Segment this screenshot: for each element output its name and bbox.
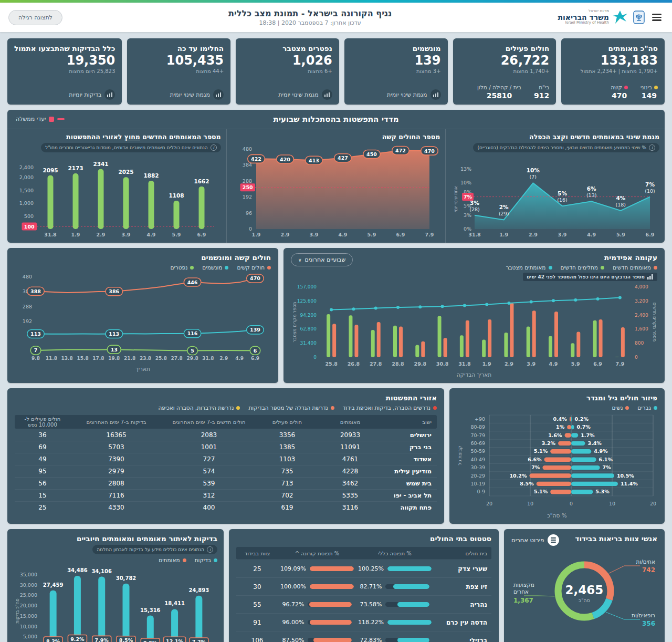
svg-text:2173: 2173: [68, 165, 83, 171]
svg-text:אחים/ות: אחים/ות: [636, 558, 656, 565]
weekly-spread-section: יעדי ממשלה מדדי התפשטות בהסתכלות שבועית …: [7, 110, 665, 243]
svg-text:2.9: 2.9: [219, 356, 228, 361]
svg-text:8.5%: 8.5%: [520, 481, 534, 486]
svg-text:5.3%: 5.3%: [595, 489, 610, 494]
daily-trend-link[interactable]: מגמת שינוי יומית: [243, 89, 332, 100]
svg-text:2.9: 2.9: [529, 232, 538, 237]
overall-occupancy: 118.22%: [356, 619, 434, 626]
svg-text:3.9: 3.9: [527, 361, 536, 367]
svg-text:2,400: 2,400: [635, 313, 648, 318]
occupancy-bar: [387, 566, 432, 571]
severe-ventilated-card: חולים קשה ומונשמים חולים קשים מונשמים נפ…: [7, 248, 278, 383]
svg-text:30.8: 30.8: [436, 361, 449, 367]
svg-text:4.9: 4.9: [235, 356, 244, 361]
occupancy-bar: [308, 638, 352, 642]
overall-occupancy: 82.71%: [356, 583, 434, 590]
svg-text:413: 413: [309, 158, 319, 163]
svg-text:(10): (10): [645, 188, 655, 194]
svg-text:6: 6: [254, 348, 257, 354]
age-gender-chart: +900.4%0.2%80-891%0.7%70-791.6%1.7%60-69…: [457, 411, 657, 512]
staff-isolated: 25: [236, 565, 278, 573]
svg-text:28.8: 28.8: [392, 361, 404, 367]
svg-text:1.9: 1.9: [252, 232, 261, 237]
staff-isolated: 30: [236, 583, 278, 591]
epidemic-curve-card: עקומה אפידמית שבועיים אחרונים∨ מאומתים ח…: [284, 248, 665, 383]
svg-text:5: 5: [191, 348, 194, 354]
staff-isolation-card: אנשי צוות בריאות בבידוד פירוט אחרים אחים…: [504, 529, 665, 642]
svg-text:34,486: 34,486: [67, 567, 88, 573]
list-icon: [548, 534, 559, 546]
svg-text:80-89: 80-89: [470, 424, 485, 430]
logo-english-name: Israel Ministry of Health: [558, 21, 609, 25]
svg-text:15,316: 15,316: [140, 607, 161, 613]
spread-areas-card: אזורי התפשטות נדרשים הסברה, בדיקות ואכיפ…: [7, 388, 444, 524]
svg-text:31.8: 31.8: [202, 356, 214, 361]
svg-text:10.5%: 10.5%: [617, 473, 634, 479]
ministry-star-icon: [612, 10, 628, 25]
tests-chart: 35,00030,00025,00020,00015,00010,0005,00…: [14, 563, 217, 642]
hospitals-col-header[interactable]: % תפוסת קורונה ^: [278, 551, 356, 556]
svg-text:4.9: 4.9: [549, 361, 558, 367]
svg-text:(29): (29): [499, 211, 509, 216]
svg-text:386: 386: [109, 288, 119, 294]
svg-text:20: 20: [486, 501, 492, 506]
kpi-value: 133,183: [568, 53, 658, 68]
svg-text:427: 427: [338, 155, 348, 161]
svg-text:10: 10: [527, 501, 533, 506]
svg-text:5,000: 5,000: [23, 634, 37, 639]
hospital-name: נהריה: [434, 601, 491, 608]
svg-text:0%: 0%: [464, 226, 471, 232]
daily-tests-link[interactable]: בדיקות יומיות: [14, 89, 115, 100]
ventilated-dot-icon: [225, 266, 228, 270]
new-confirmed-dot-icon: [654, 266, 657, 270]
svg-text:8.2%: 8.2%: [46, 638, 60, 642]
svg-text:6.6%: 6.6%: [528, 457, 542, 462]
svg-text:30,000: 30,000: [20, 582, 37, 588]
bar-chart-icon: [104, 89, 115, 100]
svg-text:19.8: 19.8: [108, 356, 120, 361]
regions-col-header: חולים פעילים ל- 10,000 נפש: [15, 416, 70, 428]
svg-text:4,000: 4,000: [635, 284, 648, 289]
svg-text:388: 388: [30, 288, 41, 294]
kpi-ventilated: מונשמים 139 +3 מחצות מגמת שינוי יומית: [344, 38, 448, 105]
svg-text:20: 20: [650, 501, 656, 506]
svg-text:3.9: 3.9: [310, 232, 319, 237]
hospital-row: הדסה עין כרם 118.22% 96.00% 91: [236, 613, 491, 631]
kpi-active-patients: חולים פעילים 26,722 +1,740 מחצות בי"ח912…: [453, 38, 556, 105]
kpi-row: סה"כ מאומתים 133,183 +1,790 מחצות | +2,2…: [7, 38, 665, 105]
svg-text:13: 13: [111, 347, 118, 353]
svg-text:8.5%: 8.5%: [119, 637, 133, 642]
svg-text:139: 139: [250, 327, 260, 333]
svg-text:10.2%: 10.2%: [509, 473, 527, 479]
svg-text:100: 100: [24, 224, 35, 230]
corona-occupancy: 100.00%: [278, 583, 356, 590]
svg-text:480: 480: [243, 146, 252, 152]
period-dropdown[interactable]: שבועיים אחרונים∨: [291, 253, 353, 266]
svg-text:5.9: 5.9: [616, 232, 625, 237]
svg-text:3.9: 3.9: [558, 232, 566, 237]
daily-trend-link[interactable]: מגמת שינוי יומית: [134, 89, 224, 100]
svg-text:50-59: 50-59: [470, 448, 485, 454]
outside-zones-chart: 2,4002,0001,5001,000500209531.821731.923…: [13, 152, 221, 241]
svg-text:9.8: 9.8: [32, 356, 40, 361]
svg-text:1.9: 1.9: [71, 232, 80, 237]
info-pill: iהנתונים אינם כוללים מאומתים מישובים אדו…: [41, 143, 220, 152]
svg-text:10%: 10%: [526, 167, 540, 173]
regions-col-header: חולים חדשים ב-7 ימים האחרונים: [162, 419, 256, 425]
svg-text:26.8: 26.8: [348, 361, 360, 367]
region-row: אשדוד47611103727739049: [15, 453, 437, 465]
svg-text:5%: 5%: [558, 190, 567, 196]
svg-text:113: 113: [30, 331, 41, 337]
menu-icon[interactable]: [650, 12, 664, 23]
svg-text:0-9: 0-9: [477, 489, 485, 494]
svg-text:25,000: 25,000: [20, 592, 37, 598]
hospitals-col-header: % תפוסה כללי: [356, 551, 434, 556]
svg-text:(16): (16): [557, 197, 568, 203]
svg-text:288: 288: [243, 178, 252, 184]
others-detail-button[interactable]: פירוט אחרים: [511, 534, 559, 546]
svg-text:0: 0: [635, 355, 638, 360]
hospital-name: זיו צפת: [434, 583, 491, 591]
normal-view-button[interactable]: לתצוגה רגילה: [8, 10, 62, 25]
svg-text:13%: 13%: [460, 166, 471, 172]
daily-trend-link[interactable]: מגמת שינוי יומית: [351, 89, 441, 100]
